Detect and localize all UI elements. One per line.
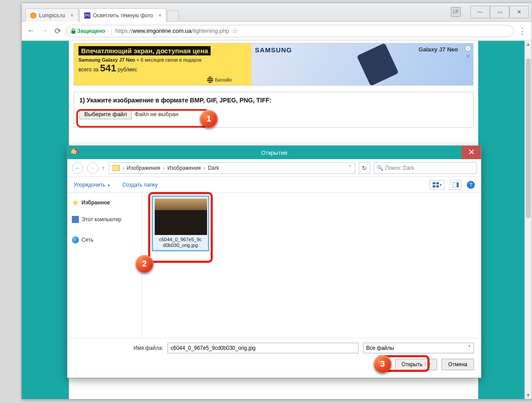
svg-rect-5 <box>457 183 458 187</box>
network-icon <box>72 236 79 243</box>
annotation-marker-3: 3 <box>374 355 391 373</box>
navpane-favorites[interactable]: Избранное <box>71 197 138 208</box>
breadcrumb-dropdown-icon[interactable]: ˅ <box>348 165 351 171</box>
ad-brand-samsung: SAMSUNG <box>255 46 292 54</box>
page-scrollbar[interactable]: ▲ ▼ <box>524 41 532 399</box>
svg-rect-0 <box>433 182 435 184</box>
ad-info-icon[interactable]: i <box>465 45 471 51</box>
dialog-up-button[interactable]: ↑ <box>102 164 105 172</box>
new-tab-button[interactable] <box>167 10 179 21</box>
search-icon: 🔍 <box>377 165 383 171</box>
window-controls: — ▭ ✕ <box>470 6 529 18</box>
ad-left: Впечатляющий экран, доступная цена Samsu… <box>74 43 251 85</box>
thumbnail-label: c6044_0_967e5_9cd0b030_orig.jpg <box>155 237 206 248</box>
breadcrumb-part[interactable]: Dark <box>208 165 219 171</box>
ad-phone-image <box>356 43 399 86</box>
tab-close-icon[interactable]: × <box>158 12 161 19</box>
scroll-up-button[interactable]: ▲ <box>525 41 532 48</box>
address-bar: ← → ⟳ Защищено https://www.imgonline.com… <box>22 22 532 40</box>
url-field[interactable]: Защищено https://www.imgonline.com.ua/li… <box>66 25 514 37</box>
dialog-forward-button[interactable]: → <box>87 162 98 174</box>
ad-brand-beeline: Билайн <box>207 77 232 83</box>
new-folder-button[interactable]: Создать папку <box>122 182 158 188</box>
ad-line1: Samsung Galaxy J7 Neo + 6 месяцев связи … <box>78 57 247 63</box>
nav-reload-button[interactable]: ⟳ <box>53 26 63 36</box>
tab-close-icon[interactable]: × <box>70 12 74 19</box>
bookmark-star-icon[interactable]: ☆ <box>232 27 238 35</box>
ad-banner[interactable]: Впечатляющий экран, доступная цена Samsu… <box>74 43 473 86</box>
search-placeholder: Поиск: Dark <box>385 165 414 171</box>
ad-right: SAMSUNG Galaxy J7 Neo i ✕ <box>251 43 473 85</box>
svg-rect-1 <box>436 182 439 184</box>
dialog-titlebar: Открытие ✕ <box>67 146 481 159</box>
dialog-nav-pane: Избранное Этот компьютер Сеть <box>67 193 142 338</box>
tab-lumpics[interactable]: Lumpics.ru × <box>25 8 78 22</box>
open-button[interactable]: Открыть▾ <box>395 359 437 370</box>
folder-icon <box>113 165 120 171</box>
nav-forward-button[interactable]: → <box>39 26 49 36</box>
upload-section: 1) Укажите изображение в формате BMP, GI… <box>74 92 473 128</box>
help-icon[interactable]: ? <box>467 181 475 189</box>
window-close-button[interactable]: ✕ <box>509 6 529 18</box>
nav-back-button[interactable]: ← <box>26 26 36 36</box>
navpane-this-pc[interactable]: Этот компьютер <box>71 214 138 225</box>
dialog-close-button[interactable]: ✕ <box>462 146 481 159</box>
beeline-icon <box>207 77 213 83</box>
upload-heading: 1) Укажите изображение в формате BMP, GI… <box>79 97 468 104</box>
chrome-icon <box>71 149 78 156</box>
page-content: Впечатляющий экран, доступная цена Samsu… <box>69 41 478 399</box>
tab-strip: Lumpics.ru × JPG Осветлить тёмную фото × <box>25 8 179 22</box>
dialog-title: Открытие <box>261 149 287 156</box>
chevron-down-icon[interactable]: ▾ <box>425 362 430 367</box>
preview-pane-button[interactable] <box>450 180 462 190</box>
file-thumbnail[interactable]: c6044_0_967e5_9cd0b030_orig.jpg <box>152 196 209 251</box>
preview-pane-icon <box>453 182 459 188</box>
scroll-down-button[interactable]: ▼ <box>525 392 532 399</box>
window-titlebar: LP — ▭ ✕ Lumpics.ru × JPG Осветлить тёмн… <box>22 3 532 22</box>
thumbnail-image <box>155 199 207 235</box>
breadcrumb-part[interactable]: Изображения <box>127 165 160 171</box>
url-text: https://www.imgonline.com.ua/lightening.… <box>115 27 229 34</box>
view-mode-button[interactable]: ▾ <box>430 180 445 190</box>
organize-menu[interactable]: Упорядочить ▾ <box>74 182 110 188</box>
choose-file-button[interactable]: Выберите файл <box>79 109 132 119</box>
tab-imgonline[interactable]: JPG Осветлить тёмную фото × <box>79 8 167 22</box>
scroll-thumb[interactable] <box>526 59 531 218</box>
ad-close-icon[interactable]: ✕ <box>465 53 471 59</box>
computer-icon <box>72 216 79 223</box>
thumbnails-icon <box>433 182 439 188</box>
favicon-lumpics <box>30 12 36 19</box>
dialog-search-input[interactable]: 🔍 Поиск: Dark <box>374 162 477 174</box>
breadcrumb-part[interactable]: Изображения <box>167 165 200 171</box>
tab-label: Lumpics.ru <box>39 12 65 19</box>
svg-rect-2 <box>433 185 435 188</box>
filetype-select[interactable]: Все файлы ˅ <box>363 343 474 353</box>
ad-product: Galaxy J7 Neo <box>419 46 458 53</box>
filename-label: Имя файла: <box>74 345 163 351</box>
svg-rect-3 <box>436 185 439 188</box>
file-status-text: Файл не выбран <box>134 111 178 117</box>
dialog-back-button[interactable]: ← <box>72 162 83 174</box>
lock-icon <box>71 28 76 34</box>
breadcrumb[interactable]: › Изображения › Изображения › Dark ˅ <box>109 162 355 174</box>
dialog-body: Избранное Этот компьютер Сеть c6044_0_96… <box>67 193 481 338</box>
ad-price: всего за 541 руб/мес <box>78 63 247 74</box>
chevron-down-icon: ˅ <box>468 345 471 351</box>
window-minimize-button[interactable]: — <box>470 6 490 18</box>
filename-input[interactable] <box>168 343 359 353</box>
ad-headline: Впечатляющий экран, доступная цена <box>78 46 211 55</box>
dialog-refresh-button[interactable]: ↻ <box>359 162 370 174</box>
window-maximize-button[interactable]: ▭ <box>490 6 509 18</box>
lp-badge: LP <box>451 7 461 17</box>
chrome-menu-button[interactable]: ⋮ <box>517 26 527 36</box>
navpane-network[interactable]: Сеть <box>71 235 138 245</box>
star-icon <box>72 199 79 206</box>
cancel-button[interactable]: Отмена <box>442 359 474 370</box>
file-open-dialog: Открытие ✕ ← → ↑ › Изображения › Изображ… <box>67 145 481 378</box>
tab-label: Осветлить тёмную фото <box>93 12 153 19</box>
browser-window: LP — ▭ ✕ Lumpics.ru × JPG Осветлить тёмн… <box>21 3 532 399</box>
dialog-files-pane[interactable]: c6044_0_967e5_9cd0b030_orig.jpg 2 <box>142 193 481 338</box>
chevron-down-icon: ▾ <box>440 183 442 187</box>
dialog-bottom: Имя файла: Все файлы ˅ 3 Открыть▾ <box>67 338 481 378</box>
dialog-toolbar: Упорядочить ▾ Создать папку ▾ ? <box>67 177 481 193</box>
